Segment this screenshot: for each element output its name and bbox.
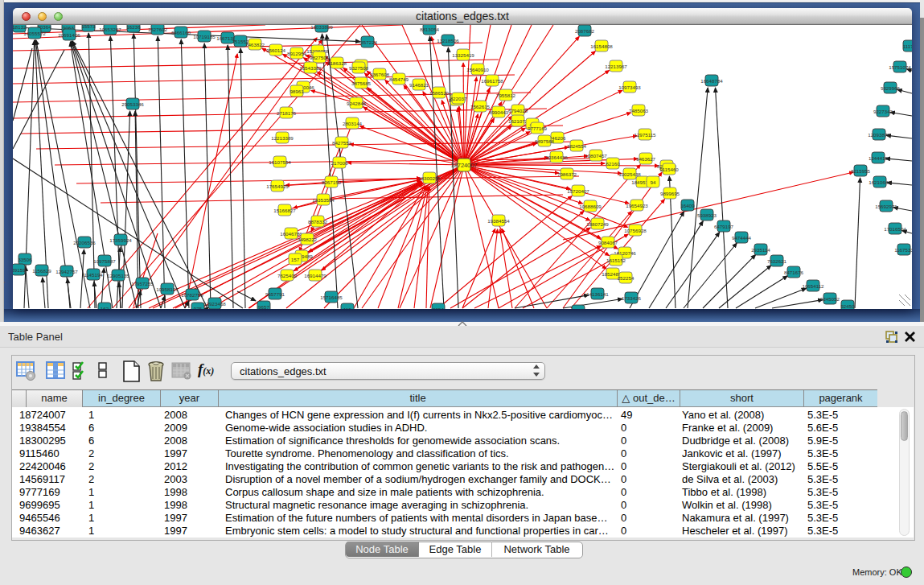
svg-text:16782759: 16782759: [181, 292, 203, 298]
svg-text:9474444: 9474444: [732, 235, 752, 241]
svg-text:8454749: 8454749: [389, 76, 409, 82]
svg-text:10653267: 10653267: [99, 27, 121, 32]
svg-text:2935114: 2935114: [751, 247, 770, 253]
svg-text:8427552: 8427552: [332, 140, 352, 146]
svg-text:12923468: 12923468: [203, 301, 226, 307]
svg-text:9463627: 9463627: [636, 156, 656, 162]
svg-text:18807249: 18807249: [586, 221, 609, 227]
svg-text:11174: 11174: [903, 43, 912, 49]
svg-text:9777169: 9777169: [528, 126, 548, 131]
svg-text:18300295: 18300295: [418, 175, 441, 181]
svg-text:12213967: 12213967: [605, 64, 627, 69]
svg-text:9227342: 9227342: [873, 109, 893, 114]
svg-text:2803144: 2803144: [343, 121, 363, 126]
svg-text:94: 94: [651, 179, 656, 185]
svg-text:7986372: 7986372: [557, 171, 577, 177]
svg-text:10654112: 10654112: [802, 283, 824, 289]
svg-text:9115460: 9115460: [659, 167, 679, 172]
svg-text:16961758: 16961758: [481, 78, 503, 84]
svg-text:17957255: 17957255: [131, 281, 154, 286]
svg-text:8471676: 8471676: [784, 270, 804, 275]
svg-text:1733: 1733: [573, 308, 584, 310]
svg-text:13218506: 13218506: [437, 38, 459, 43]
svg-text:29053346: 29053346: [121, 101, 144, 107]
svg-text:16210643: 16210643: [869, 179, 891, 185]
svg-text:14353594: 14353594: [312, 197, 335, 203]
svg-text:15640910: 15640910: [466, 67, 489, 72]
svg-text:9245052: 9245052: [820, 296, 840, 302]
svg-text:15166827: 15166827: [273, 208, 296, 213]
svg-text:10688609: 10688609: [579, 204, 602, 209]
svg-text:19384554: 19384554: [487, 218, 510, 224]
svg-text:1167533: 1167533: [894, 247, 912, 253]
svg-text:2367608: 2367608: [370, 72, 390, 77]
svg-text:10807457: 10807457: [585, 153, 607, 159]
svg-text:7357224: 7357224: [358, 39, 378, 45]
svg-text:10958107: 10958107: [156, 286, 179, 292]
svg-text:157: 157: [291, 257, 300, 262]
svg-text:3824554: 3824554: [567, 143, 587, 149]
svg-text:10025438: 10025438: [618, 171, 641, 177]
svg-text:6479197: 6479197: [714, 224, 734, 229]
svg-text:1156829: 1156829: [32, 268, 51, 274]
svg-text:16648784: 16648784: [700, 78, 723, 84]
svg-text:1621072: 1621072: [508, 118, 528, 124]
svg-text:9899695: 9899695: [660, 191, 680, 196]
svg-text:9657791: 9657791: [265, 291, 285, 297]
svg-text:14055572: 14055572: [23, 31, 46, 36]
svg-text:12093872: 12093872: [868, 132, 890, 138]
svg-text:1615152: 1615152: [606, 257, 626, 263]
svg-text:15751074: 15751074: [889, 64, 911, 70]
svg-text:12975115: 12975115: [634, 132, 656, 138]
svg-text:252254: 252254: [618, 275, 634, 281]
svg-text:8990443: 8990443: [489, 109, 509, 115]
svg-text:6466160: 6466160: [171, 30, 191, 35]
svg-text:15692971: 15692971: [875, 204, 897, 209]
svg-text:9327508: 9327508: [349, 65, 369, 71]
svg-text:16543382: 16543382: [299, 65, 322, 71]
svg-text:16236: 16236: [126, 25, 141, 30]
svg-text:98961: 98961: [290, 89, 304, 94]
svg-text:822037: 822037: [450, 96, 467, 101]
svg-text:9242848: 9242848: [347, 101, 367, 106]
svg-text:16046786: 16046786: [280, 231, 302, 237]
svg-text:15573: 15573: [81, 25, 96, 29]
svg-text:3498222: 3498222: [298, 237, 318, 242]
svg-text:16154808: 16154808: [590, 43, 613, 49]
svg-text:17359924: 17359924: [109, 237, 132, 243]
svg-text:92450: 92450: [840, 303, 855, 309]
svg-text:20364436: 20364436: [545, 154, 568, 160]
svg-text:2087682: 2087682: [575, 28, 595, 34]
svg-text:19654923: 19654923: [626, 203, 648, 208]
svg-text:16409: 16409: [680, 203, 695, 208]
svg-text:3875685: 3875685: [351, 80, 372, 86]
svg-text:2718176: 2718176: [277, 110, 297, 116]
svg-text:7485063: 7485063: [629, 108, 649, 113]
svg-text:12942757: 12942757: [55, 269, 78, 274]
svg-text:1562615: 1562615: [470, 104, 491, 109]
svg-text:10975887: 10975887: [93, 258, 116, 264]
svg-text:9560124: 9560124: [266, 47, 286, 53]
svg-text:9329966: 9329966: [881, 85, 901, 91]
svg-text:217006: 217006: [331, 160, 348, 166]
svg-text:162: 162: [101, 306, 109, 310]
svg-text:5938923: 5938923: [697, 212, 717, 218]
svg-text:16914479: 16914479: [304, 273, 326, 278]
svg-text:12905135: 12905135: [107, 273, 129, 278]
svg-text:1244415: 1244415: [869, 155, 889, 161]
svg-text:18132: 18132: [13, 25, 27, 30]
svg-text:12213389: 12213389: [271, 135, 294, 141]
svg-text:9084067: 9084067: [598, 240, 618, 245]
svg-text:9827506: 9827506: [310, 55, 330, 60]
svg-text:18724007: 18724007: [451, 162, 478, 169]
svg-text:2054: 2054: [433, 307, 444, 310]
svg-text:6497568: 6497568: [535, 138, 555, 144]
svg-text:39159: 39159: [13, 267, 26, 273]
svg-text:17016504: 17016504: [884, 226, 906, 232]
svg-text:62160: 62160: [606, 161, 620, 167]
svg-text:9146821: 9146821: [409, 82, 429, 88]
svg-text:8267150: 8267150: [322, 179, 342, 185]
svg-text:8186328: 8186328: [327, 60, 347, 66]
svg-text:15716485: 15716485: [320, 295, 343, 300]
svg-text:1527602: 1527602: [148, 27, 168, 32]
